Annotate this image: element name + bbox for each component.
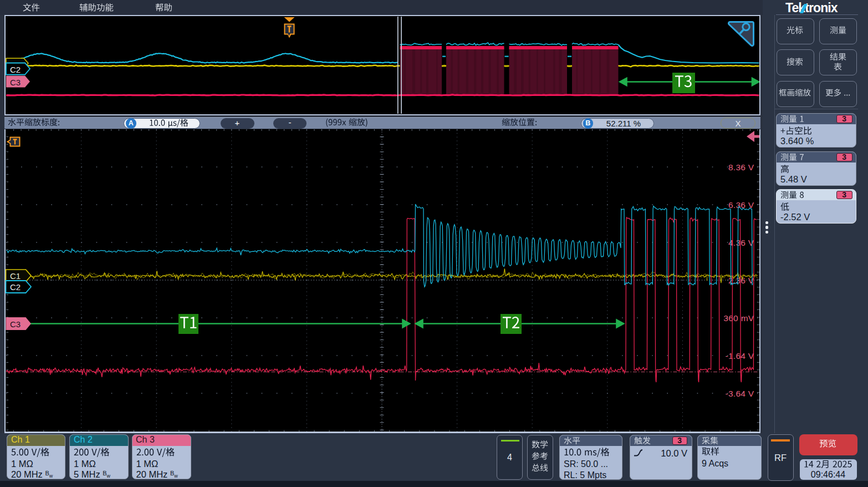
- svg-text:360 mV: 360 mV: [723, 313, 754, 323]
- svg-text:4.36 V: 4.36 V: [728, 238, 754, 247]
- svg-text:C3: C3: [10, 78, 21, 87]
- svg-text:C2: C2: [10, 65, 21, 74]
- svg-text:C1: C1: [10, 271, 21, 281]
- svg-text:8.36 V: 8.36 V: [728, 163, 754, 172]
- svg-text:C2: C2: [10, 282, 21, 292]
- svg-text:C3: C3: [10, 319, 21, 329]
- svg-text:6.36 V: 6.36 V: [728, 200, 754, 210]
- svg-text:-3.64 V: -3.64 V: [725, 389, 754, 398]
- svg-text:-1.64 V: -1.64 V: [725, 351, 754, 361]
